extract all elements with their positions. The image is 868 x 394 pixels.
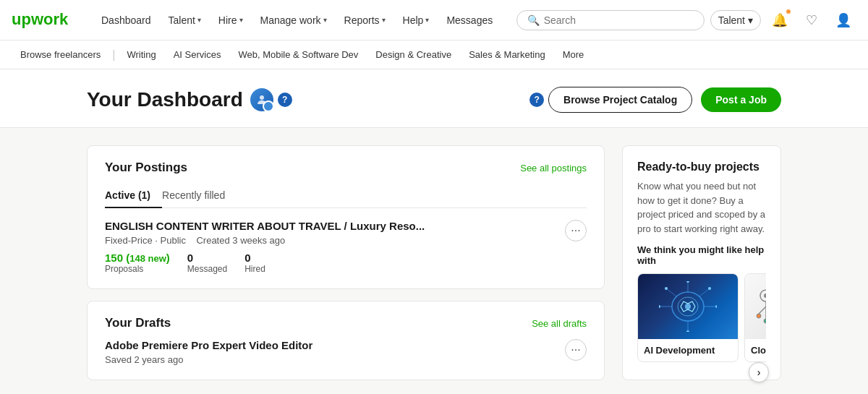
nav-dashboard[interactable]: Dashboard [94, 10, 158, 30]
wishlist-button[interactable]: ♡ [799, 7, 825, 33]
nav-links: Dashboard Talent ▾ Hire ▾ Manage work ▾ … [94, 10, 516, 30]
right-column: Ready-to-buy projects Know what you need… [622, 145, 781, 380]
tab-active[interactable]: Active (1) [105, 184, 162, 208]
nav-messages[interactable]: Messages [439, 10, 500, 30]
help-icon[interactable]: ? [278, 93, 292, 107]
heart-icon: ♡ [806, 12, 817, 28]
dashboard-header: Your Dashboard ? ? Browse Project Catalo… [0, 69, 868, 128]
project-card-cloud[interactable]: Cloud [744, 273, 766, 362]
ready-to-buy-card: Ready-to-buy projects Know what you need… [622, 145, 781, 380]
projects-list: AI Development [637, 273, 766, 362]
sec-nav-writing[interactable]: Writing [118, 43, 164, 66]
talent-chevron-icon: ▾ [197, 16, 201, 24]
search-icon: 🔍 [527, 14, 540, 26]
see-all-drafts-link[interactable]: See all drafts [532, 318, 587, 329]
more-dots-icon: ··· [571, 224, 580, 237]
reports-chevron-icon: ▾ [382, 16, 386, 24]
svg-point-11 [659, 305, 660, 308]
search-input[interactable] [544, 14, 694, 26]
manage-work-chevron-icon: ▾ [323, 16, 327, 24]
drafts-card-header: Your Drafts See all drafts [105, 316, 587, 330]
nav-help[interactable]: Help ▾ [396, 10, 437, 30]
draft-title: Adobe Premiere Pro Expert Video Editor [105, 339, 565, 351]
svg-point-22 [757, 314, 761, 318]
dashboard-title-area: Your Dashboard ? [87, 88, 292, 111]
postings-title: Your Postings [105, 160, 187, 175]
browse-project-catalog-button[interactable]: Browse Project Catalog [548, 87, 692, 113]
draft-meta: Saved 2 years ago [105, 354, 565, 365]
search-box[interactable]: 🔍 [516, 10, 705, 30]
svg-point-24 [764, 319, 766, 323]
secondary-navigation: Browse freelancers | Writing AI Services… [0, 40, 868, 69]
posting-title: ENGLISH CONTENT WRITER ABOUT TRAVEL / Lu… [105, 220, 565, 232]
ai-project-label: AI Development [638, 339, 738, 361]
nav-reports[interactable]: Reports ▾ [337, 10, 393, 30]
svg-point-18 [764, 294, 766, 298]
user-avatar-icon [250, 88, 273, 111]
user-icon: 👤 [835, 12, 851, 28]
drafts-card: Your Drafts See all drafts Adobe Premier… [87, 301, 605, 380]
content-area: Your Postings See all postings Active (1… [0, 128, 868, 394]
sec-nav-design[interactable]: Design & Creative [367, 43, 460, 66]
talent-dropdown[interactable]: Talent ▾ [710, 10, 761, 30]
tab-recently-filled[interactable]: Recently filled [162, 184, 237, 208]
browse-catalog-help-icon[interactable]: ? [529, 93, 544, 107]
bell-icon: 🔔 [772, 12, 788, 28]
nav-manage-work[interactable]: Manage work ▾ [253, 10, 334, 30]
might-like-label: We think you might like help with [637, 244, 766, 266]
postings-card-header: Your Postings See all postings [105, 160, 587, 175]
main-content: Your Dashboard ? ? Browse Project Catalo… [0, 69, 868, 394]
projects-scroll-right-button[interactable]: › [749, 362, 769, 382]
sec-nav-ai-services[interactable]: AI Services [165, 43, 230, 66]
cloud-project-label: Cloud [745, 339, 766, 361]
nav-hire[interactable]: Hire ▾ [211, 10, 250, 30]
sec-nav-browse-freelancers[interactable]: Browse freelancers [12, 43, 109, 66]
draft-item: Adobe Premiere Pro Expert Video Editor S… [105, 339, 587, 365]
sec-nav-web-dev[interactable]: Web, Mobile & Software Dev [229, 43, 367, 66]
svg-point-14 [686, 330, 689, 332]
dashboard-icons: ? [250, 88, 292, 111]
hire-chevron-icon: ▾ [239, 16, 243, 24]
sec-nav-more[interactable]: More [554, 43, 593, 66]
svg-point-1 [260, 95, 264, 100]
top-navigation: upwork Dashboard Talent ▾ Hire ▾ Manage … [0, 0, 868, 40]
sec-nav-sales[interactable]: Sales & Marketing [460, 43, 554, 66]
posting-stats: 150 (148 new) Proposals 0 Messaged 0 [105, 252, 565, 274]
projects-scroll-area: AI Development [637, 273, 766, 362]
notifications-button[interactable]: 🔔 [767, 7, 793, 33]
ready-to-buy-title: Ready-to-buy projects [637, 160, 766, 174]
post-job-button[interactable]: Post a Job [701, 87, 781, 112]
proposals-stat: 150 (148 new) Proposals [105, 252, 170, 274]
posting-more-button[interactable]: ··· [565, 220, 587, 241]
new-proposals-badge: 148 new [129, 253, 166, 264]
project-card-ai[interactable]: AI Development [637, 273, 739, 362]
svg-point-16 [708, 287, 711, 290]
see-all-postings-link[interactable]: See all postings [520, 163, 587, 174]
hired-stat: 0 Hired [244, 252, 265, 274]
user-profile-button[interactable]: 👤 [830, 7, 856, 33]
page-title: Your Dashboard [87, 88, 243, 111]
talent-dropdown-chevron-icon: ▾ [748, 14, 753, 26]
draft-more-dots-icon: ··· [571, 343, 580, 356]
notification-dot [786, 9, 791, 14]
postings-card: Your Postings See all postings Active (1… [87, 145, 605, 289]
ready-to-buy-description: Know what you need but not how to get it… [637, 179, 766, 236]
svg-point-15 [665, 287, 668, 290]
draft-info: Adobe Premiere Pro Expert Video Editor S… [105, 339, 565, 365]
proposals-value: 150 (148 new) [105, 252, 170, 264]
posting-meta: Fixed-Price · Public Created 3 weeks ago [105, 235, 565, 246]
draft-more-button[interactable]: ··· [565, 339, 587, 361]
messaged-value: 0 [187, 252, 227, 264]
drafts-title: Your Drafts [105, 316, 171, 330]
svg-point-4 [685, 304, 691, 309]
nav-right-area: 🔍 Talent ▾ 🔔 ♡ 👤 [516, 7, 856, 33]
svg-point-12 [715, 305, 717, 308]
nav-talent[interactable]: Talent ▾ [161, 10, 208, 30]
svg-point-13 [686, 281, 689, 283]
upwork-logo[interactable]: upwork [12, 9, 77, 31]
svg-line-9 [666, 288, 676, 296]
hired-label: Hired [244, 264, 265, 274]
svg-line-10 [699, 288, 710, 296]
scroll-right-icon: › [757, 367, 761, 378]
posting-info: ENGLISH CONTENT WRITER ABOUT TRAVEL / Lu… [105, 220, 565, 274]
